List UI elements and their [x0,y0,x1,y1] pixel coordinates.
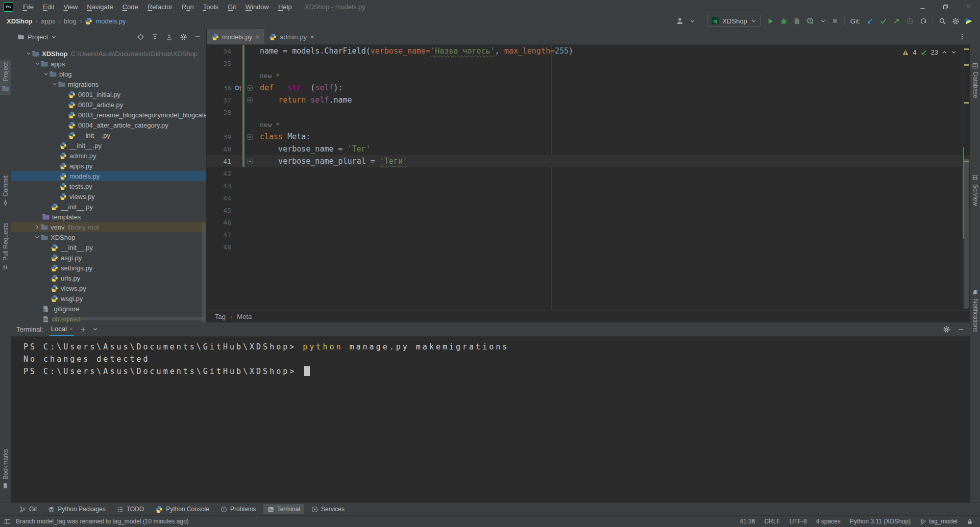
status-widget[interactable]: 4 spaces [816,518,841,525]
stripe-item-pull-requests[interactable]: Pull Requests [0,220,11,273]
breadcrumb-item[interactable]: blog [64,17,77,25]
warning-stripe-mark[interactable] [964,64,969,66]
error-stripe[interactable] [962,45,970,310]
menu-item-git[interactable]: Git [223,2,241,12]
code-line[interactable]: 40 verbose_name = 'Тег' [207,143,970,155]
tree-row-viewspy[interactable]: views.py [11,191,206,202]
new-terminal-session-button[interactable] [80,322,86,336]
next-problem-icon[interactable] [951,49,957,55]
git-push-button[interactable] [893,17,900,25]
chevron-down-icon[interactable] [26,51,32,57]
breadcrumb-item[interactable]: apps [41,17,55,25]
debug-button[interactable] [780,17,788,25]
warning-stripe-mark[interactable] [964,48,969,50]
code-line[interactable]: 37 return self.name [207,94,970,106]
settings-gear-icon[interactable] [952,17,960,25]
toolwindow-button-services[interactable]: Services [307,504,349,514]
tool-window-toggle-icon[interactable] [4,518,11,525]
breadcrumb-item[interactable]: XDShop [7,17,33,25]
restore-button[interactable] [934,0,957,13]
git-update-button[interactable] [866,17,874,25]
status-widget[interactable]: 41:36 [740,518,755,525]
tree-row-viewspy[interactable]: views.py [11,283,206,293]
project-panel-title[interactable]: Project [28,33,48,41]
search-everywhere-icon[interactable] [939,17,946,25]
code-line[interactable]: 41 verbose_name_plural = 'Теги' [207,155,970,167]
profiler-button[interactable] [806,17,815,25]
menu-item-refactor[interactable]: Refactor [143,2,177,12]
toolwindow-button-terminal[interactable]: Terminal [263,504,304,514]
override-method-icon[interactable] [234,84,242,91]
tree-row-0003renameblogcategorymodelblogcategorypy[interactable]: 0003_rename_blogcategorymodel_blogcatego… [11,110,206,120]
menu-item-file[interactable]: File [18,2,38,12]
tree-row-settingspy[interactable]: settings.py [11,263,206,273]
prev-problem-icon[interactable] [942,49,947,55]
tree-row-0004alterarticlecategorypy[interactable]: 0004_alter_article_category.py [11,120,206,130]
tab-admin-py[interactable]: admin.py [264,29,319,44]
git-rollback-button[interactable] [919,17,927,25]
tree-row-initpy[interactable]: __init__.py [11,140,206,150]
stripe-item-notifications[interactable]: Notifications [970,287,980,335]
stripe-item-project[interactable]: Project [0,60,11,95]
toolwindow-button-git[interactable]: Git [15,504,41,514]
code-line[interactable]: 39class Meta: [207,131,970,143]
chevron-down-icon[interactable] [51,34,57,40]
terminal-output[interactable]: PS C:\Users\Asus\Documents\GitHub\XDShop… [11,337,970,378]
git-commit-button[interactable] [879,17,887,25]
fold-open-icon[interactable] [244,85,255,91]
menu-item-code[interactable]: Code [118,2,143,12]
tree-row-appspy[interactable]: apps.py [11,161,206,171]
editor-breadcrumb-item[interactable]: Tag [215,313,226,320]
terminal-settings-gear-icon[interactable] [943,325,950,333]
stripe-item-database[interactable]: Database [970,60,980,101]
tree-row-asgipy[interactable]: asgi.py [11,253,206,263]
close-icon[interactable] [310,35,314,39]
chevron-down-icon[interactable] [34,61,40,67]
code-line[interactable]: 48 [207,241,970,253]
toolwindow-button-python-packages[interactable]: Python Packages [44,504,109,514]
git-branch-widget[interactable]: tag_model [920,518,958,525]
tree-row-0001initialpy[interactable]: 0001_initial.py [11,89,206,99]
editor-scrollbar-thumb[interactable] [964,159,969,309]
terminal-tab-local[interactable]: Local × [50,322,75,336]
ide-features-icon[interactable] [965,17,973,25]
tree-row-initpy[interactable]: __init__.py [11,242,206,253]
tree-row-xdshop[interactable]: XDShopC:\Users\Asus\Documents\GitHub\XDS… [11,48,206,59]
tree-vertical-scrollbar[interactable] [202,223,206,322]
menu-item-help[interactable]: Help [274,2,297,12]
chevron-down-icon[interactable] [43,71,49,77]
panel-options-gear-icon[interactable] [180,33,187,41]
breadcrumb-current-file[interactable]: models.py [95,17,126,25]
chevron-down-icon[interactable] [690,18,695,24]
toolwindow-button-problems[interactable]: Problems [216,504,260,514]
menu-item-view[interactable]: View [59,2,82,12]
code-line[interactable]: 35 [207,57,970,69]
editor-breadcrumb-item[interactable]: Meta [237,313,252,320]
run-button[interactable] [767,17,774,25]
tree-row-templates[interactable]: templates [11,212,206,222]
menu-item-edit[interactable]: Edit [38,2,59,12]
tree-row-0002articlepy[interactable]: 0002_article.py [11,99,206,110]
tree-row-xdshop[interactable]: XDShop [11,232,206,242]
run-coverage-button[interactable] [793,17,801,25]
tab-options-icon[interactable] [959,29,970,44]
menu-item-run[interactable]: Run [177,2,199,12]
status-widget[interactable]: CRLF [764,518,780,525]
fold-open-icon[interactable] [244,134,255,140]
stripe-item-commit[interactable]: Commit [0,173,11,209]
stripe-item-sciview[interactable]: SciView [970,172,980,208]
tree-row-initpy[interactable]: __init__.py [11,202,206,212]
chevron-right-icon[interactable] [34,224,40,230]
tree-row-gitignore[interactable]: .gitignore [11,304,206,314]
tree-row-venv[interactable]: venvlibrary root [11,222,206,232]
tree-row-wsgipy[interactable]: wsgi.py [11,293,206,304]
close-icon[interactable] [255,35,260,39]
inspections-widget[interactable]: 4 23 [902,48,957,56]
chevron-down-icon[interactable] [820,18,826,24]
tree-row-testspy[interactable]: tests.py [11,181,206,191]
close-button[interactable] [957,0,980,13]
tree-row-migrations[interactable]: migrations [11,79,206,89]
code-line[interactable]: 46 [207,216,970,229]
code-line[interactable]: 34name = models.CharField(verbose_name='… [207,45,970,57]
expand-all-icon[interactable] [151,33,159,41]
